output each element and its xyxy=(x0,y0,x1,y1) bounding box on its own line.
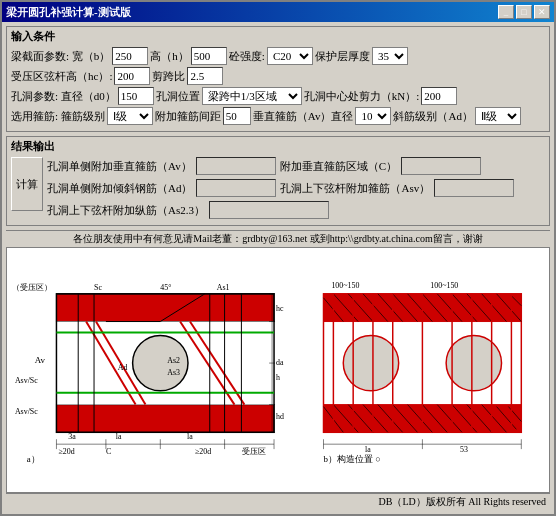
hole-params-row: 孔洞参数: 直径（d0） 孔洞位置 梁跨中1/3区域梁端1/3区域 孔洞中心处剪… xyxy=(11,87,545,105)
input-section-title: 输入条件 xyxy=(11,29,545,44)
main-window: 梁开圆孔补强计算-测试版 _ □ ✕ 输入条件 梁截面参数: 宽（b） 高（h）… xyxy=(0,0,556,516)
av-diameter-select[interactable]: 10121416 xyxy=(355,107,391,125)
spacing1-label: 100~150 xyxy=(331,281,359,290)
20d-label1: ≥20d xyxy=(58,447,74,456)
beam-label: 梁截面参数: 宽（b） xyxy=(11,49,110,64)
chord-label: 受压区弦杆高（hc）: xyxy=(11,69,112,84)
strength-label: 砼强度: xyxy=(229,49,265,64)
av-diameter-label: 垂直箍筋（Av）直径 xyxy=(253,109,354,124)
maximize-button[interactable]: □ xyxy=(516,5,532,19)
shear-force-label: 孔洞中心处剪力（kN）: xyxy=(304,89,420,104)
hd-label: hd xyxy=(276,412,284,421)
53-label: 53 xyxy=(460,445,468,454)
strength-select[interactable]: C20C25C30C35C40 xyxy=(267,47,313,65)
asv-sc2-label: Asv/Sc xyxy=(15,408,38,417)
20d-label2: ≥20d xyxy=(195,447,211,456)
input-section: 输入条件 梁截面参数: 宽（b） 高（h） 砼强度: C20C25C30C35C… xyxy=(6,26,550,132)
ad-result-input xyxy=(196,179,276,197)
height-input[interactable] xyxy=(191,47,227,65)
stirrup-row: 选用箍筋: 箍筋级别 Ⅰ级Ⅱ级Ⅲ级 附加箍筋间距 垂直箍筋（Av）直径 1012… xyxy=(11,107,545,125)
chord-row: 受压区弦杆高（hc）: 剪跨比 xyxy=(11,67,545,85)
spacing-input[interactable] xyxy=(223,107,251,125)
as1-label: As1 xyxy=(217,283,230,292)
sc-label: Sc xyxy=(94,283,102,292)
width-input[interactable] xyxy=(112,47,148,65)
ad-label: Ad xyxy=(118,363,128,372)
copyright-text: DB（LD）版权所有 All Rights reserved xyxy=(379,496,547,507)
cover-select[interactable]: 35404550 xyxy=(372,47,408,65)
h-label: h xyxy=(276,373,280,382)
as23-result-input xyxy=(209,201,329,219)
av-result-label: 孔洞单侧附加垂直箍筋（Av） xyxy=(47,159,192,174)
c-result-input xyxy=(401,157,481,175)
calc-button[interactable]: 计算 xyxy=(11,157,43,211)
b-label: b）构造位置 ○ xyxy=(323,454,380,464)
diagram-area: （受压区） Av Asv/Sc Asv/Sc 3a la la 受压区 Sc 4… xyxy=(6,247,550,493)
receive-zone2-label: 受压区 xyxy=(242,447,266,456)
output-section: 结果输出 计算 孔洞单侧附加垂直箍筋（Av） 附加垂直箍筋区域（C） 孔洞单侧附… xyxy=(6,136,550,226)
beam-params-row: 梁截面参数: 宽（b） 高（h） 砼强度: C20C25C30C35C40 保护… xyxy=(11,47,545,65)
result-row-3: 孔洞上下弦杆附加纵筋（As2.3） xyxy=(47,201,545,219)
result-row-1: 孔洞单侧附加垂直箍筋（Av） 附加垂直箍筋区域（C） xyxy=(47,157,545,175)
la-left-label: la xyxy=(116,432,122,441)
title-bar-buttons: _ □ ✕ xyxy=(498,5,550,19)
45-label: 45° xyxy=(160,283,171,292)
cover-label: 保护层厚度 xyxy=(315,49,370,64)
spacing-label: 附加箍筋间距 xyxy=(155,109,221,124)
as2-label: As2 xyxy=(167,356,180,365)
result-row-2: 孔洞单侧附加倾斜钢筋（Ad） 孔洞上下弦杆附加箍筋（Asv） xyxy=(47,179,545,197)
main-content: 输入条件 梁截面参数: 宽（b） 高（h） 砼强度: C20C25C30C35C… xyxy=(2,22,554,514)
asv-result-input xyxy=(434,179,514,197)
av-label: Av xyxy=(35,355,46,365)
da-label: da xyxy=(276,358,284,367)
receive-zone-label: （受压区） xyxy=(12,283,52,292)
hole-diameter-input[interactable] xyxy=(118,87,154,105)
minimize-button[interactable]: _ xyxy=(498,5,514,19)
stirrup-grade-select[interactable]: Ⅰ级Ⅱ级Ⅲ级 xyxy=(107,107,153,125)
copyright-bar: DB（LD）版权所有 All Rights reserved xyxy=(6,493,550,510)
stirrup-label: 选用箍筋: 箍筋级别 xyxy=(11,109,105,124)
c-label: C xyxy=(106,447,111,456)
shear-ratio-label: 剪跨比 xyxy=(152,69,185,84)
spacing2-label: 100~150 xyxy=(430,281,458,290)
as23-result-label: 孔洞上下弦杆附加纵筋（As2.3） xyxy=(47,203,205,218)
svg-point-63 xyxy=(446,335,501,390)
as3-label: As3 xyxy=(167,368,180,377)
height-label: 高（h） xyxy=(150,49,189,64)
svg-point-62 xyxy=(343,335,398,390)
3a-label: 3a xyxy=(68,432,76,441)
contact-bar: 各位朋友使用中有何意见请Mail老董：grdbty@163.net 或到http… xyxy=(6,230,550,247)
title-bar: 梁开圆孔补强计算-测试版 _ □ ✕ xyxy=(2,2,554,22)
hole-label: 孔洞参数: 直径（d0） xyxy=(11,89,116,104)
skew-grade-label: 斜筋级别（Ad） xyxy=(393,109,472,124)
chord-height-input[interactable] xyxy=(114,67,150,85)
hole-pos-label: 孔洞位置 xyxy=(156,89,200,104)
window-title: 梁开圆孔补强计算-测试版 xyxy=(6,5,131,20)
c-result-label: 附加垂直箍筋区域（C） xyxy=(280,159,397,174)
output-section-title: 结果输出 xyxy=(11,139,545,154)
ad-result-label: 孔洞单侧附加倾斜钢筋（Ad） xyxy=(47,181,192,196)
hole-position-select[interactable]: 梁跨中1/3区域梁端1/3区域 xyxy=(202,87,302,105)
av-result-input xyxy=(196,157,276,175)
shear-ratio-input[interactable] xyxy=(187,67,223,85)
shear-force-input[interactable] xyxy=(421,87,457,105)
la-right-dim-label: la xyxy=(365,445,371,454)
skew-grade-select[interactable]: Ⅱ级Ⅰ级Ⅲ级 xyxy=(475,107,521,125)
diagram-svg: （受压区） Av Asv/Sc Asv/Sc 3a la la 受压区 Sc 4… xyxy=(7,248,549,492)
close-button[interactable]: ✕ xyxy=(534,5,550,19)
contact-text: 各位朋友使用中有何意见请Mail老董：grdbty@163.net 或到http… xyxy=(73,233,482,244)
la-right-label: la xyxy=(187,432,193,441)
hc-label: hc xyxy=(276,304,284,313)
a-label: a） xyxy=(27,454,40,464)
asv-result-label: 孔洞上下弦杆附加箍筋（Asv） xyxy=(280,181,430,196)
asv-sc-label: Asv/Sc xyxy=(15,376,38,385)
